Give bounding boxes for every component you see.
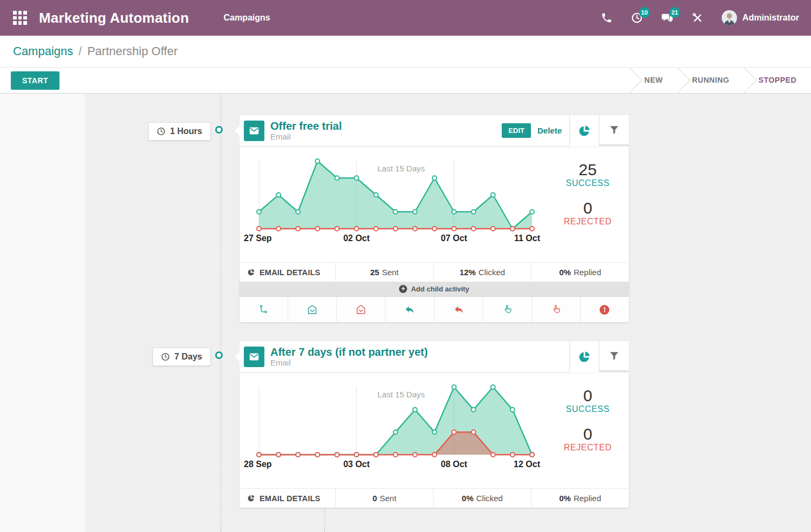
svg-text:Last 15 Days: Last 15 Days bbox=[377, 390, 425, 399]
activity-chart: Last 15 Days27 Sep02 Oct07 Oct11 Oct bbox=[240, 147, 547, 262]
filter-icon bbox=[609, 124, 620, 135]
email-details-label: EMAIL DETAILS bbox=[260, 494, 320, 503]
success-label: SUCCESS bbox=[547, 178, 629, 188]
tab-filter[interactable] bbox=[599, 115, 629, 145]
edit-button[interactable]: EDIT bbox=[502, 123, 531, 138]
activities-clock-icon[interactable]: 10 bbox=[631, 12, 643, 24]
child-not-replied[interactable] bbox=[434, 297, 483, 322]
apps-grid-icon[interactable] bbox=[13, 11, 27, 25]
topbar-menu-campaigns[interactable]: Campaigns bbox=[223, 13, 270, 23]
svg-text:11 Oct: 11 Oct bbox=[514, 234, 541, 243]
avatar bbox=[722, 10, 737, 25]
svg-text:27 Sep: 27 Sep bbox=[244, 234, 272, 243]
click-hand-icon bbox=[502, 304, 513, 315]
breadcrumb-campaigns-link[interactable]: Campaigns bbox=[13, 44, 73, 58]
child-replied[interactable] bbox=[385, 297, 434, 322]
email-details-row: EMAIL DETAILS 25Sent 12%Clicked 0%Replie… bbox=[240, 262, 629, 282]
user-menu[interactable]: Administrator bbox=[722, 10, 799, 25]
clock-icon bbox=[161, 353, 170, 361]
svg-text:Last 15 Days: Last 15 Days bbox=[377, 164, 425, 173]
app-title: Marketing Automation bbox=[39, 10, 189, 26]
svg-text:28 Sep: 28 Sep bbox=[244, 460, 272, 469]
svg-text:07 Oct: 07 Oct bbox=[441, 234, 468, 243]
not-replied-icon bbox=[453, 304, 464, 315]
child-add-another-activity[interactable] bbox=[240, 297, 288, 322]
activity-title: After 7 days (if not partner yet) bbox=[270, 346, 428, 358]
breadcrumb-current: Partnership Offer bbox=[87, 44, 177, 58]
state-stopped-label: STOPPED bbox=[759, 76, 796, 84]
activity-type: Email bbox=[270, 132, 342, 141]
child-connector-line bbox=[324, 508, 325, 532]
tab-graph-pie[interactable] bbox=[569, 115, 599, 147]
success-count: 0 bbox=[547, 387, 629, 404]
action-bar: START NEW RUNNING STOPPED bbox=[0, 68, 811, 94]
activity-header[interactable]: After 7 days (if not partner yet) Email bbox=[240, 341, 569, 373]
top-navbar: Marketing Automation Campaigns 10 21 Adm… bbox=[0, 0, 811, 36]
activities-badge: 10 bbox=[639, 7, 650, 18]
svg-text:02 Oct: 02 Oct bbox=[343, 234, 370, 243]
email-details-toggle[interactable]: EMAIL DETAILS bbox=[240, 489, 335, 508]
clicked-stat: 0%Clicked bbox=[433, 489, 531, 508]
child-trigger-options: ! bbox=[240, 296, 629, 322]
child-not-clicked[interactable] bbox=[531, 297, 580, 322]
svg-text:08 Oct: 08 Oct bbox=[441, 460, 468, 469]
tab-graph-pie[interactable] bbox=[569, 341, 599, 373]
messages-badge: 21 bbox=[669, 7, 680, 18]
trigger-pill-1-hours[interactable]: 1 Hours bbox=[148, 122, 211, 141]
child-bounced[interactable]: ! bbox=[580, 297, 629, 322]
success-count: 25 bbox=[547, 161, 629, 178]
bounced-icon: ! bbox=[600, 305, 609, 315]
activity-title: Offer free trial bbox=[270, 120, 342, 132]
trigger-pill-7-days[interactable]: 7 Days bbox=[152, 348, 211, 366]
state-running-label: RUNNING bbox=[692, 76, 729, 84]
email-details-toggle[interactable]: EMAIL DETAILS bbox=[240, 263, 335, 282]
user-name: Administrator bbox=[742, 13, 799, 23]
reply-icon bbox=[404, 304, 415, 315]
delete-link[interactable]: Delete bbox=[537, 126, 562, 135]
success-label: SUCCESS bbox=[547, 404, 629, 414]
pie-chart-icon bbox=[578, 350, 591, 363]
activity-card-after-7-days: After 7 days (if not partner yet) Email … bbox=[240, 341, 629, 508]
messages-icon[interactable]: 21 bbox=[661, 12, 673, 24]
activity-header[interactable]: Offer free trial Email EDIT Delete bbox=[240, 115, 569, 147]
sent-stat: 0Sent bbox=[335, 489, 433, 508]
email-opened-icon bbox=[307, 304, 318, 315]
tools-icon[interactable] bbox=[692, 12, 703, 24]
clock-icon bbox=[157, 127, 165, 136]
state-stepper: NEW RUNNING STOPPED bbox=[630, 68, 811, 93]
state-new-label: NEW bbox=[644, 76, 663, 84]
activity-card-offer-free-trial: Offer free trial Email EDIT Delete Last … bbox=[240, 115, 629, 322]
clicked-stat: 12%Clicked bbox=[433, 263, 531, 282]
rejected-count: 0 bbox=[547, 200, 629, 217]
pie-chart-icon bbox=[247, 268, 255, 276]
add-child-label: Add child activity bbox=[411, 285, 469, 293]
workflow-canvas: 1 Hours 7 Days Offer free trial Email ED… bbox=[0, 94, 811, 532]
email-activity-icon bbox=[244, 121, 264, 141]
start-button[interactable]: START bbox=[11, 71, 59, 90]
child-opened[interactable] bbox=[288, 297, 336, 322]
plus-circle-icon: + bbox=[399, 285, 407, 293]
tab-filter[interactable] bbox=[599, 341, 629, 371]
svg-text:03 Oct: 03 Oct bbox=[343, 460, 370, 469]
email-details-row: EMAIL DETAILS 0Sent 0%Clicked 0%Replied bbox=[240, 488, 629, 508]
rejected-label: REJECTED bbox=[547, 443, 629, 453]
activity-stats: 25 SUCCESS 0 REJECTED bbox=[547, 147, 629, 262]
replied-stat: 0%Replied bbox=[531, 489, 629, 508]
svg-text:12 Oct: 12 Oct bbox=[514, 460, 541, 469]
child-clicked[interactable] bbox=[483, 297, 531, 322]
rejected-label: REJECTED bbox=[547, 217, 629, 227]
trigger-label: 7 Days bbox=[174, 352, 202, 362]
trigger-label: 1 Hours bbox=[170, 127, 202, 136]
email-activity-icon bbox=[244, 347, 264, 367]
add-child-activity-button[interactable]: + Add child activity bbox=[240, 282, 629, 296]
canvas-left-margin bbox=[0, 94, 85, 532]
child-not-opened[interactable] bbox=[336, 297, 385, 322]
pie-chart-icon bbox=[247, 494, 255, 502]
workflow-connector-line bbox=[221, 94, 221, 532]
email-details-label: EMAIL DETAILS bbox=[260, 268, 320, 277]
not-clicked-hand-icon bbox=[550, 304, 562, 315]
activity-chart: Last 15 Days28 Sep03 Oct08 Oct12 Oct bbox=[240, 373, 547, 488]
connector-dot bbox=[215, 351, 223, 359]
activity-type: Email bbox=[270, 358, 428, 367]
phone-icon[interactable] bbox=[601, 12, 613, 24]
